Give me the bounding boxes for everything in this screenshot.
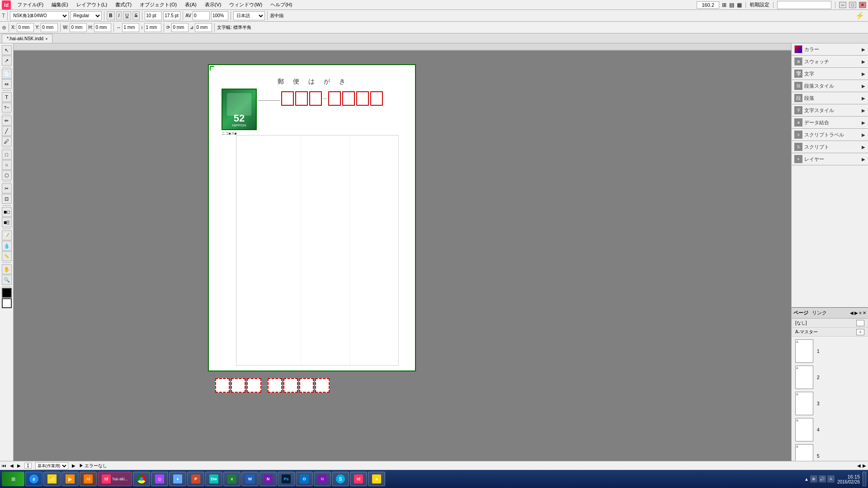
zoom-tool[interactable]: 🔍 bbox=[2, 275, 12, 285]
pages-panel-arrow-right[interactable]: ▶ bbox=[854, 310, 858, 315]
rotation-input[interactable] bbox=[171, 23, 189, 32]
tracking-input[interactable] bbox=[211, 11, 228, 20]
app6-taskbar-btn[interactable]: ⊙ bbox=[151, 472, 168, 486]
menu-file[interactable]: ファイル(F) bbox=[14, 0, 47, 9]
id-taskbar-btn[interactable]: Id hai-aki... bbox=[98, 472, 132, 486]
script-collapse-icon[interactable]: ▶ bbox=[862, 145, 865, 150]
status-page-nav-prev[interactable]: ◀ bbox=[10, 463, 14, 468]
bold-button[interactable]: B bbox=[107, 11, 114, 20]
gap-tool[interactable]: ⇔ bbox=[2, 79, 12, 89]
ai-taskbar-btn[interactable]: Ai bbox=[80, 472, 97, 486]
pages-tab[interactable]: ページ bbox=[793, 310, 808, 316]
scale-y-input[interactable] bbox=[144, 23, 161, 32]
status-page-nav-next[interactable]: ▶ bbox=[17, 463, 21, 468]
stroke-color[interactable] bbox=[2, 298, 12, 308]
menu-layout[interactable]: レイアウト(L) bbox=[73, 0, 111, 9]
skype-taskbar-btn[interactable]: S bbox=[332, 472, 349, 486]
text-path-tool[interactable]: T~ bbox=[2, 103, 12, 113]
page-thumb-3[interactable]: A 3 bbox=[795, 392, 864, 415]
eyedropper-tool[interactable]: 💧 bbox=[2, 241, 12, 251]
fill-color[interactable] bbox=[2, 288, 12, 298]
pages-panel-menu[interactable]: ≡ bbox=[859, 310, 862, 315]
pen-tool[interactable]: 🖊 bbox=[2, 136, 12, 146]
status-layout-select[interactable]: 基本(作業用) bbox=[35, 462, 68, 469]
data-merge-collapse-icon[interactable]: ▶ bbox=[862, 120, 865, 125]
font-size-input[interactable] bbox=[145, 11, 162, 20]
close-button[interactable]: ✕ bbox=[859, 2, 866, 8]
char-style-collapse-icon[interactable]: ▶ bbox=[862, 108, 865, 113]
right-section-data-merge[interactable]: ⊕ データ結合 ▶ bbox=[792, 117, 868, 129]
select-tool[interactable]: ↖ bbox=[2, 45, 12, 55]
ps-taskbar-btn[interactable]: Ps bbox=[278, 472, 295, 486]
line-tool[interactable]: ╱ bbox=[2, 126, 12, 136]
kerning-input[interactable] bbox=[193, 11, 210, 20]
ie-taskbar-btn[interactable]: e bbox=[25, 472, 42, 486]
polygon-tool[interactable]: ⬡ bbox=[2, 170, 12, 180]
free-transform-tool[interactable]: ⊡ bbox=[2, 194, 12, 204]
para-collapse-icon[interactable]: ▶ bbox=[862, 96, 865, 101]
font-family-select[interactable]: NSK角1体04WO bbox=[10, 11, 69, 20]
script-label-collapse-icon[interactable]: ▶ bbox=[862, 132, 865, 137]
chrome-taskbar-btn[interactable] bbox=[133, 472, 150, 486]
app18-taskbar-btn[interactable]: ★ bbox=[368, 472, 385, 486]
text-tool[interactable]: T bbox=[2, 92, 12, 102]
folder-taskbar-btn[interactable]: 📁 bbox=[43, 472, 61, 486]
scissors-tool[interactable]: ✂ bbox=[2, 183, 12, 193]
gradient-feather-tool[interactable]: ◼▒ bbox=[2, 217, 12, 227]
clock-display[interactable]: 16:15 2016/02/26 bbox=[837, 474, 860, 484]
pencil-tool[interactable]: ✏ bbox=[2, 116, 12, 126]
menu-window[interactable]: ウィンドウ(W) bbox=[226, 0, 266, 9]
document-tab[interactable]: *.hai-aki.NSK.indd × bbox=[2, 34, 52, 43]
right-section-swatch[interactable]: ⊞ スウォッチ ▶ bbox=[792, 56, 868, 68]
initial-setting[interactable]: 初期設定 bbox=[750, 1, 769, 8]
ppt-taskbar-btn[interactable]: P bbox=[187, 472, 204, 486]
page-thumb-5[interactable]: A 5 bbox=[795, 444, 864, 463]
right-section-color[interactable]: カラー ▶ bbox=[792, 43, 868, 56]
rect-tool[interactable]: □ bbox=[2, 150, 12, 160]
scale-x-input[interactable] bbox=[122, 23, 139, 32]
char-collapse-icon[interactable]: ▶ bbox=[862, 71, 865, 76]
page-tool[interactable]: 📄 bbox=[2, 69, 12, 79]
dw-taskbar-btn[interactable]: Dw bbox=[205, 472, 222, 486]
right-section-para-style[interactable]: 段 段落スタイル ▶ bbox=[792, 80, 868, 92]
right-section-para[interactable]: 段 段落 ▶ bbox=[792, 92, 868, 104]
page-thumb-4[interactable]: A 4 bbox=[795, 418, 864, 441]
right-section-char[interactable]: 字 文字 ▶ bbox=[792, 68, 868, 80]
page-thumb-1[interactable]: A 1 bbox=[795, 339, 864, 363]
swatch-collapse-icon[interactable]: ▶ bbox=[862, 59, 865, 64]
page-thumb-2[interactable]: A 2 bbox=[795, 366, 864, 389]
no-section-row[interactable]: [なし] bbox=[792, 319, 868, 328]
canvas-area[interactable]: 郵 便 は が き 52 NIPPON ニコ■ス■ ─ bbox=[14, 51, 791, 479]
right-section-layers[interactable]: ≡ レイヤー ▶ bbox=[792, 153, 868, 165]
right-section-char-style[interactable]: 字 文字スタイル ▶ bbox=[792, 104, 868, 117]
link-tab[interactable]: リンク bbox=[812, 310, 827, 316]
right-section-script[interactable]: S スクリプト ▶ bbox=[792, 141, 868, 153]
media-taskbar-btn[interactable]: ▶ bbox=[61, 472, 79, 486]
language-select[interactable]: 日本語 bbox=[233, 11, 265, 20]
shear-input[interactable] bbox=[195, 23, 212, 32]
hand-tool[interactable]: ✋ bbox=[2, 264, 12, 274]
show-desktop-button[interactable] bbox=[863, 472, 866, 486]
pages-panel-arrow-left[interactable]: ◀ bbox=[850, 310, 854, 315]
x-input[interactable] bbox=[17, 23, 34, 32]
direct-select-tool[interactable]: ↗ bbox=[2, 56, 12, 66]
leading-input[interactable] bbox=[163, 11, 180, 20]
onenote-taskbar-btn[interactable]: N bbox=[259, 472, 277, 486]
onenote2-taskbar-btn[interactable]: N bbox=[314, 472, 331, 486]
color-collapse-icon[interactable]: ▶ bbox=[862, 47, 865, 52]
menu-view[interactable]: 表示(V) bbox=[201, 0, 225, 9]
ellipse-tool[interactable]: ○ bbox=[2, 160, 12, 170]
up-arrow-icon[interactable]: ▲ bbox=[804, 477, 809, 482]
menu-table[interactable]: 表(A) bbox=[181, 0, 200, 9]
word-taskbar-btn[interactable]: W bbox=[241, 472, 259, 486]
tab-close-button[interactable]: × bbox=[45, 37, 47, 41]
para-style-collapse-icon[interactable]: ▶ bbox=[862, 84, 865, 89]
menu-help[interactable]: ヘルプ(H) bbox=[267, 0, 296, 9]
outlook-taskbar-btn[interactable]: O bbox=[296, 472, 313, 486]
app7-taskbar-btn[interactable]: ✦ bbox=[169, 472, 186, 486]
id2-taskbar-btn[interactable]: Id bbox=[350, 472, 367, 486]
h-input[interactable] bbox=[94, 23, 111, 32]
right-section-script-label[interactable]: S スクリプトラベル ▶ bbox=[792, 129, 868, 141]
excel-taskbar-btn[interactable]: x bbox=[223, 472, 241, 486]
y-input[interactable] bbox=[41, 23, 58, 32]
